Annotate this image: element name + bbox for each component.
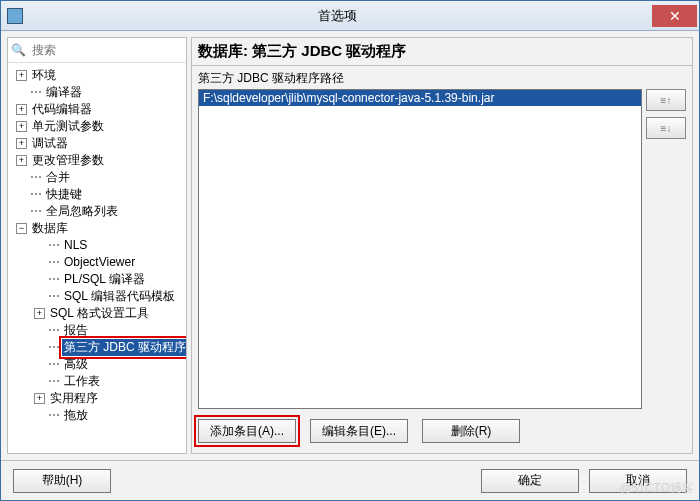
tree-item[interactable]: +实用程序 bbox=[32, 390, 184, 407]
window-title: 首选项 bbox=[23, 7, 652, 25]
tree-item-label: 实用程序 bbox=[48, 390, 100, 407]
content-panel: 数据库: 第三方 JDBC 驱动程序 第三方 JDBC 驱动程序路径 F:\sq… bbox=[191, 37, 693, 454]
tree-item[interactable]: ⋯工作表 bbox=[32, 373, 184, 390]
close-button[interactable]: ✕ bbox=[652, 5, 697, 27]
tree-item-label: 调试器 bbox=[30, 135, 70, 152]
sidebar: 🔍 +环境⋯编译器+代码编辑器+单元测试参数+调试器+更改管理参数⋯合并⋯快捷键… bbox=[7, 37, 187, 454]
tree-item[interactable]: +单元测试参数 bbox=[14, 118, 184, 135]
category-tree[interactable]: +环境⋯编译器+代码编辑器+单元测试参数+调试器+更改管理参数⋯合并⋯快捷键⋯全… bbox=[8, 63, 186, 453]
tree-item-label: 环境 bbox=[30, 67, 58, 84]
tree-item-label: PL/SQL 编译器 bbox=[62, 271, 147, 288]
tree-item[interactable]: ⋯高级 bbox=[32, 356, 184, 373]
expand-icon[interactable]: + bbox=[16, 138, 27, 149]
tree-item-label: 编译器 bbox=[44, 84, 84, 101]
tree-item-label: 第三方 JDBC 驱动程序 bbox=[62, 339, 186, 356]
tree-item-label: 代码编辑器 bbox=[30, 101, 94, 118]
titlebar: 首选项 ✕ bbox=[1, 1, 699, 31]
tree-item-label: 合并 bbox=[44, 169, 72, 186]
tree-item[interactable]: ⋯第三方 JDBC 驱动程序 bbox=[32, 339, 184, 356]
tree-item-label: 快捷键 bbox=[44, 186, 84, 203]
ok-button[interactable]: 确定 bbox=[481, 469, 579, 493]
tree-item-label: 数据库 bbox=[30, 220, 70, 237]
help-button[interactable]: 帮助(H) bbox=[13, 469, 111, 493]
expand-icon[interactable]: − bbox=[16, 223, 27, 234]
tree-item[interactable]: ⋯拖放 bbox=[32, 407, 184, 424]
tree-item[interactable]: ⋯ObjectViewer bbox=[32, 254, 184, 271]
search-input[interactable] bbox=[30, 41, 184, 59]
driver-path-list[interactable]: F:\sqldeveloper\jlib\mysql-connector-jav… bbox=[198, 89, 642, 409]
cancel-button[interactable]: 取消 bbox=[589, 469, 687, 493]
tree-item[interactable]: −数据库⋯NLS⋯ObjectViewer⋯PL/SQL 编译器⋯SQL 编辑器… bbox=[14, 220, 184, 424]
expand-icon[interactable]: + bbox=[34, 308, 45, 319]
tree-item[interactable]: +代码编辑器 bbox=[14, 101, 184, 118]
panel-header: 数据库: 第三方 JDBC 驱动程序 bbox=[192, 38, 692, 66]
tree-item[interactable]: ⋯NLS bbox=[32, 237, 184, 254]
tree-item-label: SQL 编辑器代码模板 bbox=[62, 288, 177, 305]
tree-item[interactable]: ⋯编译器 bbox=[14, 84, 184, 101]
app-icon bbox=[7, 8, 23, 24]
searchbox: 🔍 bbox=[8, 38, 186, 63]
tree-item[interactable]: ⋯SQL 编辑器代码模板 bbox=[32, 288, 184, 305]
tree-item[interactable]: ⋯报告 bbox=[32, 322, 184, 339]
expand-icon[interactable]: + bbox=[16, 121, 27, 132]
tree-item[interactable]: +SQL 格式设置工具 bbox=[32, 305, 184, 322]
expand-icon[interactable]: + bbox=[16, 104, 27, 115]
expand-icon[interactable]: + bbox=[16, 155, 27, 166]
move-down-button[interactable]: ≡↓ bbox=[646, 117, 686, 139]
list-item[interactable]: F:\sqldeveloper\jlib\mysql-connector-jav… bbox=[199, 90, 641, 106]
add-entry-button[interactable]: 添加条目(A)... bbox=[198, 419, 296, 443]
tree-item-label: 工作表 bbox=[62, 373, 102, 390]
search-icon: 🔍 bbox=[11, 43, 26, 57]
expand-icon[interactable]: + bbox=[16, 70, 27, 81]
tree-item-label: ObjectViewer bbox=[62, 254, 137, 271]
preferences-window: 首选项 ✕ 🔍 +环境⋯编译器+代码编辑器+单元测试参数+调试器+更改管理参数⋯… bbox=[0, 0, 700, 501]
tree-item[interactable]: +更改管理参数 bbox=[14, 152, 184, 169]
tree-item-label: 报告 bbox=[62, 322, 90, 339]
tree-item-label: NLS bbox=[62, 237, 89, 254]
tree-item[interactable]: ⋯全局忽略列表 bbox=[14, 203, 184, 220]
move-up-button[interactable]: ≡↑ bbox=[646, 89, 686, 111]
tree-item-label: 拖放 bbox=[62, 407, 90, 424]
dialog-footer: 帮助(H) 确定 取消 bbox=[1, 460, 699, 500]
tree-item-label: 更改管理参数 bbox=[30, 152, 106, 169]
tree-item[interactable]: ⋯快捷键 bbox=[14, 186, 184, 203]
tree-item[interactable]: ⋯合并 bbox=[14, 169, 184, 186]
edit-entry-button[interactable]: 编辑条目(E)... bbox=[310, 419, 408, 443]
tree-item-label: 高级 bbox=[62, 356, 90, 373]
tree-item-label: 全局忽略列表 bbox=[44, 203, 120, 220]
tree-item[interactable]: +调试器 bbox=[14, 135, 184, 152]
expand-icon[interactable]: + bbox=[34, 393, 45, 404]
tree-item-label: 单元测试参数 bbox=[30, 118, 106, 135]
tree-item-label: SQL 格式设置工具 bbox=[48, 305, 151, 322]
tree-item[interactable]: +环境 bbox=[14, 67, 184, 84]
delete-entry-button[interactable]: 删除(R) bbox=[422, 419, 520, 443]
tree-item[interactable]: ⋯PL/SQL 编译器 bbox=[32, 271, 184, 288]
path-label: 第三方 JDBC 驱动程序路径 bbox=[192, 66, 692, 89]
